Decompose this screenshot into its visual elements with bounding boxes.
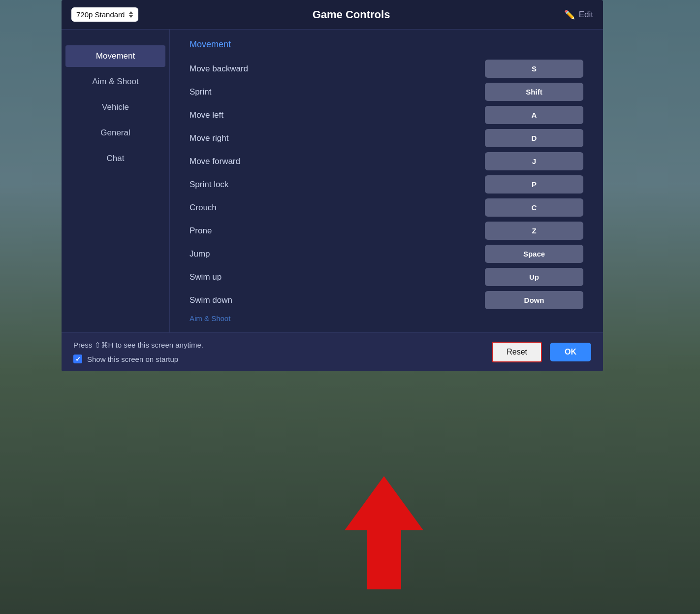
startup-checkbox[interactable]	[73, 355, 82, 363]
footer-left: Press ⇧⌘H to see this screen anytime. Sh…	[73, 341, 203, 363]
key-binding-button[interactable]: P	[485, 175, 583, 194]
sidebar: MovementAim & ShootVehicleGeneralChat	[62, 30, 170, 332]
sidebar-item-vehicle[interactable]: Vehicle	[65, 97, 165, 118]
key-binding-button[interactable]: A	[485, 106, 583, 124]
control-row: Move rightD	[190, 129, 583, 147]
control-name: Move left	[190, 110, 223, 120]
key-binding-button[interactable]: Space	[485, 245, 583, 263]
control-name: Swim up	[190, 272, 222, 282]
red-arrow-indicator	[345, 476, 423, 589]
control-row: ProneZ	[190, 222, 583, 240]
control-name: Sprint	[190, 87, 211, 97]
controls-list: Move backwardSSprintShiftMove leftAMove …	[190, 60, 583, 309]
control-name: Prone	[190, 226, 212, 236]
key-binding-button[interactable]: Shift	[485, 83, 583, 101]
ok-button[interactable]: OK	[550, 343, 591, 361]
sidebar-item-movement[interactable]: Movement	[65, 45, 165, 67]
arrow-triangle-icon	[345, 476, 423, 530]
key-binding-button[interactable]: Up	[485, 268, 583, 286]
aim-shoot-fade-label: Aim & Shoot	[190, 314, 583, 323]
arrow-down-icon	[128, 15, 133, 18]
sidebar-item-aim-shoot[interactable]: Aim & Shoot	[65, 71, 165, 93]
modal-title: Game Controls	[313, 8, 390, 21]
sidebar-item-chat[interactable]: Chat	[65, 148, 165, 169]
control-name: Move forward	[190, 157, 240, 166]
reset-button[interactable]: Reset	[492, 342, 542, 362]
control-name: Swim down	[190, 295, 232, 305]
key-binding-button[interactable]: J	[485, 152, 583, 170]
pencil-icon: ✏️	[564, 9, 575, 20]
footer-right: Reset OK	[492, 342, 591, 362]
footer-checkbox-row: Show this screen on startup	[73, 355, 203, 363]
section-title: Movement	[190, 39, 583, 50]
control-row: Move forwardJ	[190, 152, 583, 170]
modal-footer: Press ⇧⌘H to see this screen anytime. Sh…	[62, 332, 603, 371]
game-controls-modal: 720p Standard Game Controls ✏️ Edit Move…	[62, 0, 603, 371]
main-content: Movement Move backwardSSprintShiftMove l…	[170, 30, 603, 332]
control-name: Sprint lock	[190, 180, 228, 190]
control-row: CrouchC	[190, 198, 583, 217]
control-row: Swim upUp	[190, 268, 583, 286]
control-row: Swim downDown	[190, 291, 583, 309]
arrow-up-icon	[128, 11, 133, 14]
resolution-value: 720p Standard	[76, 10, 125, 19]
control-name: Move backward	[190, 64, 248, 74]
sidebar-item-general[interactable]: General	[65, 122, 165, 144]
control-row: SprintShift	[190, 83, 583, 101]
key-binding-button[interactable]: S	[485, 60, 583, 78]
startup-checkbox-label: Show this screen on startup	[87, 355, 178, 363]
arrow-shaft-icon	[367, 530, 401, 589]
modal-body: MovementAim & ShootVehicleGeneralChat Mo…	[62, 30, 603, 332]
control-name: Move right	[190, 133, 228, 143]
key-binding-button[interactable]: Down	[485, 291, 583, 309]
key-binding-button[interactable]: C	[485, 198, 583, 217]
control-name: Crouch	[190, 203, 217, 213]
control-row: Move backwardS	[190, 60, 583, 78]
key-binding-button[interactable]: Z	[485, 222, 583, 240]
modal-header: 720p Standard Game Controls ✏️ Edit	[62, 0, 603, 30]
edit-button[interactable]: ✏️ Edit	[564, 9, 593, 20]
key-binding-button[interactable]: D	[485, 129, 583, 147]
control-name: Jump	[190, 249, 210, 259]
resolution-dropdown[interactable]: 720p Standard	[71, 7, 138, 22]
edit-label: Edit	[579, 10, 593, 20]
control-row: Move leftA	[190, 106, 583, 124]
control-row: JumpSpace	[190, 245, 583, 263]
footer-hint: Press ⇧⌘H to see this screen anytime.	[73, 341, 203, 350]
control-row: Sprint lockP	[190, 175, 583, 194]
resolution-arrows-icon	[128, 11, 133, 18]
